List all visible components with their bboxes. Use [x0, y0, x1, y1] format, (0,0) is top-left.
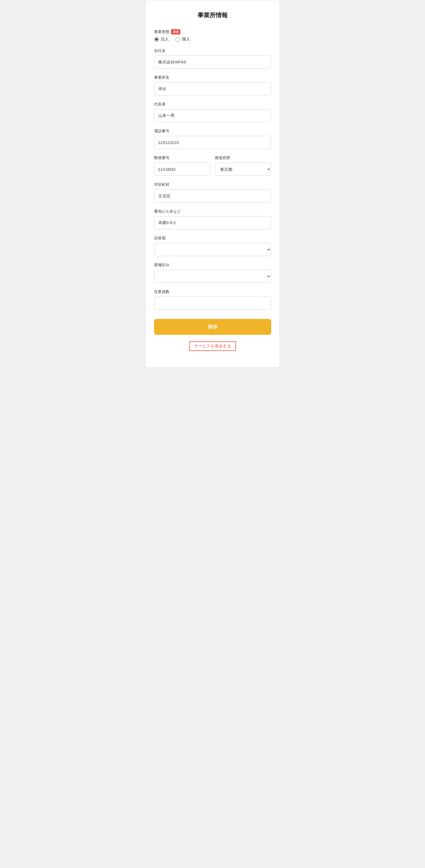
business-type-field: 事業形態 必須 法人 個人: [154, 29, 271, 42]
radio-group: 法人 個人: [154, 37, 271, 42]
radio-individual-label[interactable]: 個人: [175, 37, 190, 42]
company-name-field: 会社名: [154, 49, 271, 69]
postal-code-input[interactable]: [154, 163, 210, 176]
representative-input[interactable]: [154, 109, 271, 122]
office-name-input[interactable]: [154, 82, 271, 95]
company-name-input[interactable]: [154, 56, 271, 69]
postal-code-col: 郵便番号: [154, 156, 210, 176]
withdraw-link-wrapper: サービスを退会する: [154, 341, 271, 351]
radio-corporate[interactable]: [154, 37, 159, 42]
save-button[interactable]: 保存: [154, 319, 271, 335]
radio-corporate-label[interactable]: 法人: [154, 37, 169, 42]
representative-field: 代表者: [154, 102, 271, 122]
page-title: 事業所情報: [154, 11, 271, 20]
employees-input[interactable]: [154, 297, 271, 310]
fiscal-period-select[interactable]: 1月 2月 3月 4月 5月 6月 7月 8月 9月 10月 11月 12月: [154, 243, 271, 256]
phone-label: 電話番号: [154, 129, 271, 134]
prefecture-col: 都道府県 東京都 北海道 青森県 岩手県 宮城県 秋田県 山形県 福島県 茨城県…: [215, 156, 271, 176]
address-label: 番地ビル名など: [154, 209, 271, 214]
postal-prefecture-field: 郵便番号 都道府県 東京都 北海道 青森県 岩手県 宮城県 秋田県 山形県 福島…: [154, 156, 271, 176]
city-input[interactable]: [154, 189, 271, 203]
industry-select[interactable]: 製造業 建設業 小売業 サービス業 IT・情報通信業 金融・保険業 不動産業 そ…: [154, 270, 271, 283]
representative-label: 代表者: [154, 102, 271, 107]
phone-input[interactable]: [154, 136, 271, 149]
city-label: 市区町村: [154, 182, 271, 187]
industry-label: 業種区分: [154, 262, 271, 268]
industry-field: 業種区分 製造業 建設業 小売業 サービス業 IT・情報通信業 金融・保険業 不…: [154, 262, 271, 283]
city-field: 市区町村: [154, 182, 271, 203]
postal-code-label: 郵便番号: [154, 156, 210, 160]
company-name-label: 会社名: [154, 49, 271, 53]
phone-field: 電話番号: [154, 129, 271, 149]
business-type-label: 事業形態 必須: [154, 29, 271, 34]
page-container: 事業所情報 事業形態 必須 法人 個人 会社名 事業所名 代表者: [146, 0, 280, 368]
radio-individual[interactable]: [175, 37, 180, 42]
office-name-label: 事業所名: [154, 75, 271, 80]
withdraw-link[interactable]: サービスを退会する: [189, 341, 236, 351]
prefecture-select[interactable]: 東京都 北海道 青森県 岩手県 宮城県 秋田県 山形県 福島県 茨城県 栃木県 …: [215, 163, 271, 176]
postal-prefecture-row: 郵便番号 都道府県 東京都 北海道 青森県 岩手県 宮城県 秋田県 山形県 福島…: [154, 156, 271, 176]
office-name-field: 事業所名: [154, 75, 271, 95]
employees-field: 従業員数: [154, 289, 271, 310]
address-field: 番地ビル名など: [154, 209, 271, 229]
address-input[interactable]: [154, 216, 271, 229]
employees-label: 従業員数: [154, 289, 271, 294]
fiscal-period-field: 決算期 1月 2月 3月 4月 5月 6月 7月 8月 9月 10月 11月 1…: [154, 236, 271, 256]
fiscal-period-label: 決算期: [154, 236, 271, 241]
prefecture-label: 都道府県: [215, 156, 271, 160]
required-badge: 必須: [171, 29, 180, 34]
